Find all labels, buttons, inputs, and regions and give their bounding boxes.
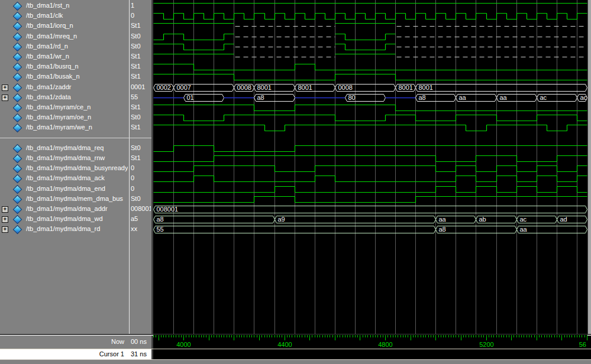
signal-value: 0 — [131, 163, 151, 173]
svg-text:008001: 008001 — [157, 206, 179, 213]
signal-diamond-icon — [13, 22, 22, 31]
signal-value: a5 — [131, 214, 151, 224]
signal-name[interactable]: /tb_dma1/mydma/dma_req — [26, 143, 128, 153]
name-value-column-divider[interactable] — [129, 0, 130, 334]
signal-name[interactable]: /tb_dma1/iorq_n — [26, 21, 128, 31]
svg-text:ab: ab — [479, 216, 486, 223]
signal-name[interactable]: /tb_dma1/myram/ce_n — [26, 102, 128, 112]
signal-name[interactable]: /tb_dma1/mydma/dma_wd — [26, 214, 128, 224]
svg-text:a8: a8 — [257, 94, 264, 101]
cursor-row[interactable]: Cursor 1 31 ns — [0, 349, 151, 359]
signal-diamond-icon — [13, 195, 22, 204]
svg-text:aa: aa — [500, 94, 508, 101]
signal-group-separator — [0, 138, 151, 138]
signal-diamond-icon — [13, 53, 22, 62]
expand-plus-icon[interactable]: + — [2, 95, 8, 101]
signal-name[interactable]: /tb_dma1/rd_n — [26, 41, 128, 51]
waveform-canvas[interactable]: 0002000700088001800100088001800101a880a8… — [153, 0, 591, 334]
signal-name[interactable]: /tb_dma1/wr_n — [26, 51, 128, 61]
signal-name[interactable]: /tb_dma1/mydma/dma_end — [26, 184, 128, 194]
signal-name[interactable]: /tb_dma1/busrq_n — [26, 61, 128, 72]
svg-text:8001: 8001 — [399, 84, 413, 91]
cursor-track[interactable] — [153, 349, 591, 359]
signal-diamond-icon — [13, 32, 22, 42]
vertical-scrollbar[interactable] — [587, 0, 591, 334]
svg-text:55: 55 — [157, 226, 164, 233]
svg-text:8001: 8001 — [298, 84, 312, 91]
svg-text:ac: ac — [580, 94, 587, 101]
svg-text:aa: aa — [439, 216, 447, 223]
ruler-time-label: 4000 — [176, 341, 190, 348]
signal-value: St1 — [131, 122, 151, 132]
signal-value: 0 — [131, 173, 151, 183]
signal-value: St0 — [131, 194, 151, 204]
signal-value: St1 — [131, 51, 151, 61]
expand-plus-icon[interactable]: + — [2, 226, 8, 233]
signal-value: 0 — [131, 184, 151, 194]
signal-diamond-icon — [13, 185, 22, 194]
svg-text:01: 01 — [187, 94, 194, 101]
signal-value: 0001 — [131, 82, 151, 92]
signal-diamond-icon — [13, 205, 22, 214]
signal-diamond-icon — [13, 12, 22, 21]
signal-name[interactable]: /tb_dma1/mydma/dma_busynready — [26, 163, 128, 173]
signal-diamond-icon — [13, 164, 22, 174]
signal-value: St1 — [131, 21, 151, 31]
svg-text:a9: a9 — [278, 216, 285, 223]
signal-name[interactable]: /tb_dma1/mydma/dma_rnw — [26, 153, 128, 163]
signal-diamond-icon — [13, 215, 22, 225]
signal-diamond-icon — [13, 225, 22, 235]
window-bottom-edge — [0, 359, 591, 364]
signal-value: St1 — [131, 61, 151, 72]
signal-name[interactable]: /tb_dma1/mydma/dma_addr — [26, 204, 128, 214]
now-row: Now 00 ns — [0, 336, 151, 349]
signal-name[interactable]: /tb_dma1/mreq_n — [26, 31, 128, 41]
signal-diamond-icon — [13, 93, 22, 103]
signal-name[interactable]: /tb_dma1/rst_n — [26, 1, 128, 11]
svg-text:a8: a8 — [419, 94, 426, 101]
expand-plus-icon[interactable]: + — [2, 216, 8, 223]
signal-name[interactable]: /tb_dma1/busak_n — [26, 72, 128, 82]
signal-name[interactable]: /tb_dma1/mydma/mem_dma_bus — [26, 194, 128, 204]
waveform-area[interactable]: 0002000700088001800100088001800101a880a8… — [153, 0, 591, 334]
svg-text:0008: 0008 — [338, 84, 353, 91]
signal-name[interactable]: /tb_dma1/clk — [26, 11, 128, 21]
ruler-time-label: 4800 — [378, 341, 392, 348]
signal-name[interactable]: /tb_dma1/myram/we_n — [26, 122, 128, 132]
signal-value: St0 — [131, 143, 151, 153]
signal-value: St1 — [131, 72, 151, 82]
signal-diamond-icon — [13, 154, 22, 164]
signal-name[interactable]: /tb_dma1/myram/oe_n — [26, 112, 128, 122]
signal-value: 0 — [131, 11, 151, 21]
signal-diamond-icon — [13, 43, 22, 52]
signal-name[interactable]: /tb_dma1/zdata — [26, 92, 128, 102]
signal-diamond-icon — [13, 144, 22, 154]
now-value: 00 ns — [131, 338, 151, 345]
expand-plus-icon[interactable]: + — [2, 84, 8, 91]
svg-text:aa: aa — [459, 94, 467, 101]
signal-name[interactable]: /tb_dma1/zaddr — [26, 82, 128, 92]
signal-diamond-icon — [13, 83, 22, 93]
signal-name[interactable]: /tb_dma1/mydma/dma_ack — [26, 173, 128, 183]
signal-value: St1 — [131, 102, 151, 112]
ruler-time-label: 4400 — [277, 341, 292, 348]
signal-value: xx — [131, 224, 151, 234]
signal-value: 55 — [131, 92, 151, 102]
wave-window: /tb_dma1/rst_n1/tb_dma1/clk0/tb_dma1/ior… — [0, 0, 591, 364]
svg-text:8001: 8001 — [419, 84, 433, 91]
signal-value: St0 — [131, 112, 151, 122]
svg-text:0002: 0002 — [157, 84, 171, 91]
now-label: Now — [111, 338, 124, 345]
svg-text:aa: aa — [520, 226, 528, 233]
signal-diamond-icon — [13, 174, 22, 184]
signal-name[interactable]: /tb_dma1/mydma/dma_rd — [26, 224, 128, 234]
signal-value: 008001 — [131, 204, 151, 214]
signal-value: 1 — [131, 1, 151, 11]
timeline-ruler[interactable]: 400044004800520056 — [153, 334, 587, 349]
ruler-time-label: 5200 — [479, 341, 493, 348]
signal-diamond-icon — [13, 103, 22, 113]
svg-text:ac: ac — [540, 94, 547, 101]
svg-text:a8: a8 — [157, 216, 164, 223]
expand-plus-icon[interactable]: + — [2, 206, 8, 213]
timeline-ruler-canvas[interactable]: 400044004800520056 — [153, 334, 587, 349]
